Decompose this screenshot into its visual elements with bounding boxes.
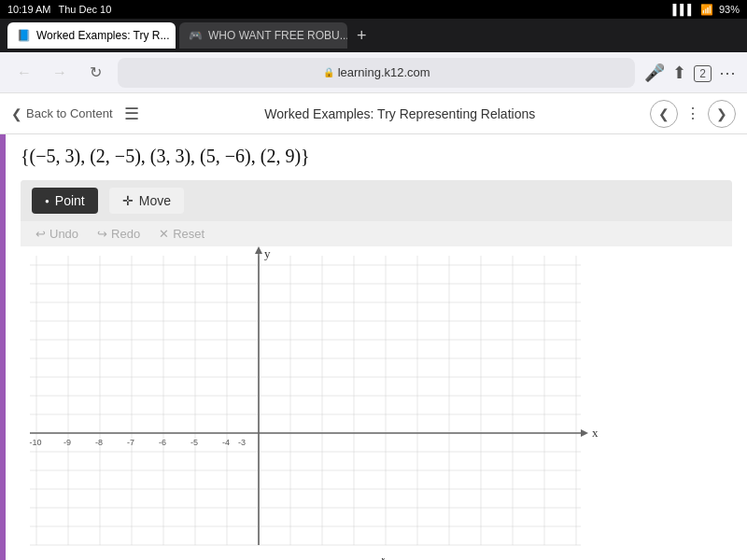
reset-label: Reset	[173, 227, 204, 241]
move-icon: ✛	[122, 193, 134, 208]
move-label: Move	[139, 193, 171, 208]
main-content: {(−5, 3), (2, −5), (3, 3), (5, −6), (2, …	[0, 134, 747, 560]
tab1-close-icon[interactable]: ✕	[175, 31, 176, 41]
svg-text:-5: -5	[190, 438, 198, 447]
more-options-icon[interactable]: ⋯	[719, 63, 736, 83]
back-label: Back to Content	[26, 106, 113, 120]
tool-bar: ● Point ✛ Move	[21, 180, 732, 221]
back-button[interactable]: ←	[11, 60, 37, 86]
point-tool-button[interactable]: ● Point	[32, 188, 98, 214]
svg-text:-7: -7	[127, 438, 134, 447]
page-title: Worked Examples: Try Representing Relati…	[150, 106, 651, 121]
svg-text:-6: -6	[159, 438, 166, 447]
reset-x-icon: ✕	[159, 227, 169, 241]
svg-text:-10: -10	[29, 438, 41, 447]
svg-rect-0	[21, 246, 730, 554]
tab-robux[interactable]: 🎮 WHO WANT FREE ROBU... ✕	[179, 22, 347, 49]
url-text: learning.k12.com	[338, 65, 430, 79]
svg-text:-9: -9	[63, 438, 71, 447]
content-nav: ❮ Back to Content ☰ Worked Examples: Try…	[0, 93, 747, 134]
signal-icon: ▌▌▌	[673, 4, 695, 15]
prev-page-button[interactable]: ❮	[650, 100, 678, 128]
back-to-content-button[interactable]: ❮ Back to Content	[11, 106, 113, 121]
microphone-icon[interactable]: 🎤	[644, 63, 665, 83]
vertical-dots-icon[interactable]: ⋮	[685, 100, 700, 128]
new-tab-button[interactable]: +	[351, 26, 373, 46]
undo-label: Undo	[49, 227, 78, 241]
wifi-icon: 📶	[700, 4, 713, 16]
redo-button[interactable]: ↪ Redo	[97, 227, 140, 241]
tabs-count-icon[interactable]: 2	[694, 63, 712, 82]
next-page-button[interactable]: ❯	[708, 100, 736, 128]
battery: 93%	[719, 4, 740, 15]
point-label: Point	[55, 193, 85, 208]
back-chevron-icon: ❮	[11, 106, 22, 121]
graph-container: ● Point ✛ Move ↩ Undo ↪ Redo	[21, 180, 732, 560]
forward-button[interactable]: →	[47, 60, 73, 86]
content-area: {(−5, 3), (2, −5), (3, 3), (5, −6), (2, …	[6, 134, 747, 560]
redo-arrow-icon: ↪	[97, 227, 107, 241]
reload-button[interactable]: ↻	[82, 60, 108, 86]
svg-text:-4: -4	[222, 438, 230, 447]
math-expression: {(−5, 3), (2, −5), (3, 3), (5, −6), (2, …	[21, 146, 732, 167]
move-tool-button[interactable]: ✛ Move	[109, 188, 184, 214]
time: 10:19 AM	[7, 4, 50, 15]
date: Thu Dec 10	[58, 4, 111, 15]
svg-text:-3: -3	[238, 438, 246, 447]
url-bar[interactable]: 🔒 learning.k12.com	[118, 58, 635, 88]
tab-worked-examples[interactable]: 📘 Worked Examples: Try R... ✕	[7, 22, 176, 49]
undo-button[interactable]: ↩ Undo	[35, 227, 78, 241]
tab1-favicon: 📘	[17, 29, 31, 42]
coordinate-graph[interactable]: /* handled below */	[21, 246, 730, 554]
address-bar: ← → ↻ 🔒 learning.k12.com 🎤 ⬆ 2 ⋯	[0, 52, 747, 93]
x-axis-label: x	[592, 426, 599, 440]
tab-bar: 📘 Worked Examples: Try R... ✕ 🎮 WHO WANT…	[0, 19, 747, 52]
lock-icon: 🔒	[323, 67, 334, 77]
svg-text:-8: -8	[95, 438, 103, 447]
undo-arrow-icon: ↩	[35, 227, 46, 241]
y-axis-label: y	[264, 246, 271, 260]
share-icon[interactable]: ⬆	[672, 63, 686, 83]
tab2-favicon: 🎮	[189, 29, 203, 42]
point-dot-icon: ●	[45, 197, 49, 205]
hamburger-menu-icon[interactable]: ☰	[124, 104, 139, 124]
redo-label: Redo	[111, 227, 140, 241]
graph-area[interactable]: /* handled below */	[21, 246, 732, 560]
tab1-label: Worked Examples: Try R...	[36, 29, 169, 42]
tab2-label: WHO WANT FREE ROBU...	[208, 29, 347, 42]
reset-button[interactable]: ✕ Reset	[159, 227, 204, 241]
status-bar: 10:19 AM Thu Dec 10 ▌▌▌ 📶 93%	[0, 0, 747, 19]
action-bar: ↩ Undo ↪ Redo ✕ Reset	[21, 221, 732, 246]
